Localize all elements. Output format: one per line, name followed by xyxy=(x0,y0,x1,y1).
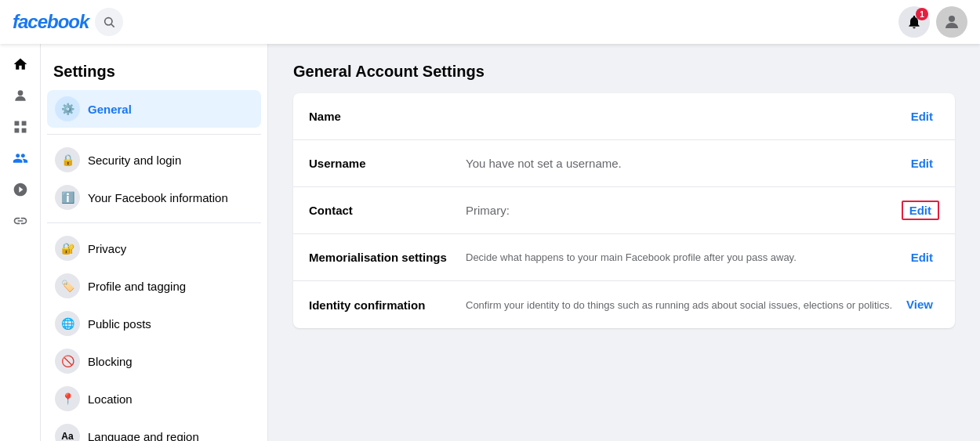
privacy-icon: 🔐 xyxy=(55,236,80,261)
facebook-info-icon: ℹ️ xyxy=(55,185,80,210)
sidebar-item-public-posts[interactable]: 🌐 Public posts xyxy=(47,305,261,342)
sidebar-item-general[interactable]: ⚙️ General xyxy=(47,90,261,128)
memorialisation-action: Edit xyxy=(905,251,939,265)
sidebar-item-language[interactable]: Aa Language and region xyxy=(47,418,261,441)
username-row: Username You have not set a username. Ed… xyxy=(293,140,955,187)
sidebar-divider-2 xyxy=(47,222,261,223)
sidebar-item-label: Language and region xyxy=(88,430,199,442)
contact-label: Contact xyxy=(309,204,466,217)
identity-value: Confirm your identity to do things such … xyxy=(466,299,900,311)
language-icon: Aa xyxy=(55,424,80,441)
identity-label: Identity confirmation xyxy=(309,298,466,312)
memorialisation-label: Memorialisation settings xyxy=(309,251,466,264)
blocking-icon: 🚫 xyxy=(55,349,80,374)
svg-point-2 xyxy=(949,16,955,22)
sidebar-item-label: Blocking xyxy=(88,355,132,368)
rail-friends[interactable] xyxy=(6,144,34,172)
notifications-button[interactable]: 1 xyxy=(898,6,930,38)
svg-line-1 xyxy=(111,24,114,27)
sidebar-item-label: General xyxy=(88,103,132,116)
name-edit-link[interactable]: Edit xyxy=(905,107,939,126)
sidebar: Settings ⚙️ General 🔒 Security and login… xyxy=(41,44,268,441)
sidebar-item-privacy[interactable]: 🔐 Privacy xyxy=(47,230,261,267)
username-label: Username xyxy=(309,157,466,170)
memorialisation-edit-link[interactable]: Edit xyxy=(905,248,939,267)
name-label: Name xyxy=(309,110,466,123)
rail-profile[interactable] xyxy=(6,81,34,110)
memorialisation-value: Decide what happens to your main Faceboo… xyxy=(466,251,905,263)
name-action: Edit xyxy=(905,110,939,124)
memorialisation-row: Memorialisation settings Decide what hap… xyxy=(293,234,955,281)
contact-row: Contact Primary: Edit xyxy=(293,187,955,234)
navbar: facebook 1 xyxy=(0,0,980,44)
svg-point-0 xyxy=(105,18,112,25)
sidebar-item-location[interactable]: 📍 Location xyxy=(47,380,261,418)
settings-card: Name Edit Username You have not set a us… xyxy=(293,93,955,328)
contact-edit-link[interactable]: Edit xyxy=(902,201,939,220)
identity-row: Identity confirmation Confirm your ident… xyxy=(293,281,955,328)
identity-view-link[interactable]: View xyxy=(900,295,939,314)
icon-rail xyxy=(0,44,41,441)
sidebar-item-profile-tagging[interactable]: 🏷️ Profile and tagging xyxy=(47,267,261,305)
sidebar-item-label: Security and login xyxy=(88,154,181,167)
facebook-logo[interactable]: facebook xyxy=(13,11,89,33)
name-row: Name Edit xyxy=(293,93,955,140)
sidebar-item-security[interactable]: 🔒 Security and login xyxy=(47,141,261,179)
sidebar-item-label: Profile and tagging xyxy=(88,280,186,293)
main-content: General Account Settings Name Edit Usern… xyxy=(268,44,980,441)
svg-rect-4 xyxy=(14,121,19,126)
avatar-icon xyxy=(942,13,961,31)
security-icon: 🔒 xyxy=(55,147,80,172)
navbar-right: 1 xyxy=(898,6,967,38)
search-icon xyxy=(103,16,115,28)
username-value: You have not set a username. xyxy=(466,157,905,170)
sidebar-title: Settings xyxy=(47,56,261,90)
contact-value: Primary: xyxy=(466,204,902,217)
username-action: Edit xyxy=(905,157,939,171)
svg-rect-6 xyxy=(14,128,19,133)
svg-rect-7 xyxy=(21,128,26,133)
svg-rect-5 xyxy=(21,121,26,126)
general-icon: ⚙️ xyxy=(55,96,80,121)
rail-links[interactable] xyxy=(6,207,34,235)
sidebar-item-label: Privacy xyxy=(88,242,126,255)
sidebar-item-facebook-info[interactable]: ℹ️ Your Facebook information xyxy=(47,179,261,216)
contact-action: Edit xyxy=(902,204,939,218)
account-menu-button[interactable] xyxy=(936,6,967,38)
sidebar-item-blocking[interactable]: 🚫 Blocking xyxy=(47,342,261,380)
rail-grid[interactable] xyxy=(6,113,34,141)
rail-groups[interactable] xyxy=(6,175,34,204)
username-edit-link[interactable]: Edit xyxy=(905,154,939,173)
sidebar-item-label: Your Facebook information xyxy=(88,191,228,204)
identity-action: View xyxy=(900,298,939,312)
search-button[interactable] xyxy=(95,8,123,36)
sidebar-item-label: Location xyxy=(88,392,132,406)
public-posts-icon: 🌐 xyxy=(55,311,80,336)
page-title: General Account Settings xyxy=(293,63,955,81)
profile-tagging-icon: 🏷️ xyxy=(55,273,80,298)
layout: Settings ⚙️ General 🔒 Security and login… xyxy=(0,44,980,441)
sidebar-item-label: Public posts xyxy=(88,317,151,331)
navbar-left: facebook xyxy=(13,8,123,36)
svg-point-3 xyxy=(17,90,23,96)
sidebar-divider-1 xyxy=(47,134,261,135)
rail-home[interactable] xyxy=(6,50,34,78)
location-icon: 📍 xyxy=(55,386,80,411)
notification-badge: 1 xyxy=(916,8,928,20)
